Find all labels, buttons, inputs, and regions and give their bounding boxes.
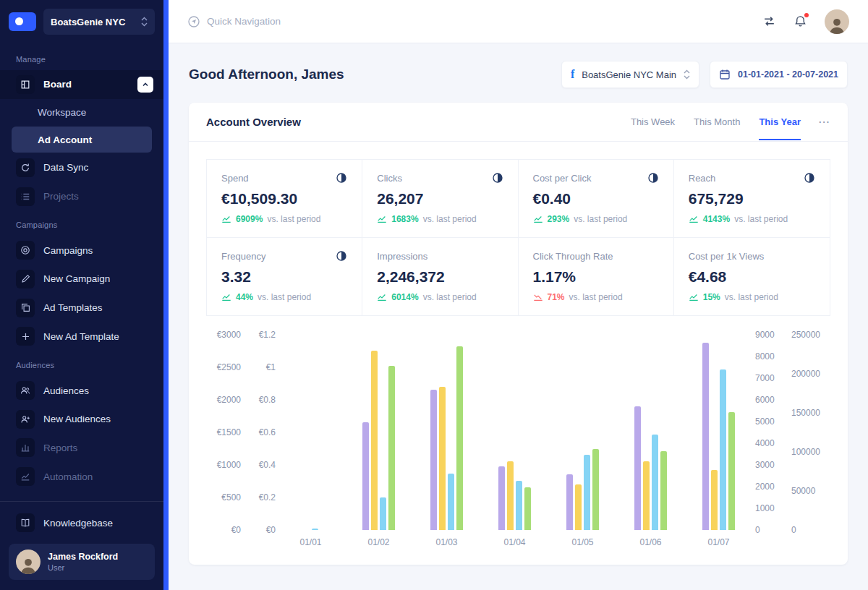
pencil-icon (16, 270, 35, 288)
bar-cpc[interactable] (371, 351, 378, 530)
contrast-toggle-icon[interactable] (336, 172, 347, 184)
bar-group: 01/02 (362, 335, 395, 547)
stat-period: vs. last period (574, 214, 627, 224)
trend-up-icon (221, 292, 231, 302)
date-range-picker[interactable]: 01-01-2021 - 20-07-2021 (710, 61, 848, 88)
sidebar-item-workspace[interactable]: Workspace (12, 100, 152, 126)
contrast-toggle-icon[interactable] (492, 172, 503, 184)
stat-change: 4143% (703, 214, 730, 224)
contrast-toggle-icon[interactable] (336, 250, 347, 262)
select-chevrons-icon (684, 69, 690, 80)
tab-this-month[interactable]: This Month (694, 103, 740, 140)
y-tick-label: €0.2 (259, 492, 276, 503)
sidebar-item-new-audiences[interactable]: New Audiences (6, 406, 158, 433)
y-tick-label: 2000 (755, 482, 775, 492)
y-tick-label: €0.6 (259, 427, 276, 437)
bar-spend[interactable] (634, 406, 641, 530)
y-tick-label: €3000 (217, 330, 241, 340)
bar-group: 01/03 (430, 335, 463, 547)
bar-spend[interactable] (430, 390, 437, 530)
bar-impressions[interactable] (456, 346, 463, 530)
contrast-toggle-icon[interactable] (647, 172, 659, 184)
y-tick-label: €1000 (217, 460, 241, 470)
bar-cpc[interactable] (643, 461, 650, 530)
sidebar-item-label: Knowledgebase (43, 518, 113, 529)
sidebar-item-data-sync[interactable]: Data Sync (6, 154, 158, 181)
sidebar-item-knowledgebase[interactable]: Knowledgebase (6, 509, 158, 536)
theme-toggle[interactable] (9, 12, 36, 31)
contrast-toggle-icon[interactable] (804, 172, 815, 184)
calendar-icon (719, 69, 731, 80)
y-tick-label: 8000 (755, 351, 775, 362)
sidebar-item-projects[interactable]: Projects (6, 183, 158, 210)
trend-up-icon (689, 214, 699, 224)
bar-clicks[interactable] (516, 481, 522, 530)
stat-reach: Reach 675,729 4143% vs. last period (674, 160, 830, 238)
sidebar-item-audiences[interactable]: Audiences (6, 377, 158, 404)
bar-clicks[interactable] (448, 474, 454, 530)
y-tick-label: 200000 (791, 369, 820, 379)
sidebar-item-ad-templates[interactable]: Ad Templates (6, 294, 158, 322)
bar-spend[interactable] (702, 343, 709, 530)
y-tick-label: 0 (755, 525, 760, 535)
split-test-icon[interactable] (762, 14, 776, 28)
sidebar-item-new-campaign[interactable]: New Campaign (6, 265, 158, 293)
x-tick-label: 01/04 (503, 537, 525, 547)
tab-this-year[interactable]: This Year (759, 103, 801, 140)
sidebar-item-campaigns[interactable]: Campaigns (6, 236, 158, 264)
stat-spend: Spend €10,509.30 6909% vs. last period (207, 160, 362, 238)
bar-impressions[interactable] (728, 412, 735, 530)
bar-clicks[interactable] (380, 497, 386, 530)
user-card[interactable]: James Rockford User (9, 544, 155, 580)
bar-cpc[interactable] (711, 470, 718, 530)
page-content: Good Afternoon, James f BoatsGenie NYC M… (169, 43, 868, 565)
y-tick-label: €0 (231, 525, 241, 535)
y-tick-label: €2500 (217, 362, 241, 372)
bar-group: 01/05 (566, 335, 599, 547)
sidebar-item-automation[interactable]: Automation (6, 463, 158, 490)
sidebar-item-new-ad-template[interactable]: New Ad Template (6, 323, 158, 351)
bell-icon[interactable] (793, 14, 807, 28)
bar-cpc[interactable] (439, 387, 446, 530)
quick-navigation-button[interactable]: Quick Navigation (187, 15, 281, 28)
sidebar-item-reports[interactable]: Reports (6, 435, 158, 462)
bar-impressions[interactable] (592, 449, 599, 530)
trend-down-icon (533, 292, 543, 302)
bar-impressions[interactable] (524, 487, 531, 530)
stat-label: Cost per 1k Views (689, 251, 765, 262)
bar-clicks[interactable] (312, 529, 318, 530)
bar-impressions[interactable] (388, 366, 395, 530)
topbar-avatar[interactable] (825, 9, 849, 34)
more-menu-icon[interactable]: ⋯ (818, 115, 830, 129)
ad-account-select[interactable]: f BoatsGenie NYC Main (561, 61, 699, 88)
bar-clicks[interactable] (720, 369, 726, 530)
bar-clicks[interactable] (584, 455, 590, 530)
tab-this-week[interactable]: This Week (631, 103, 675, 140)
bar-spend[interactable] (566, 474, 573, 530)
stat-frequency: Frequency 3.32 44% vs. last period (207, 238, 362, 315)
date-range-value: 01-01-2021 - 20-07-2021 (738, 69, 838, 80)
sidebar-item-label: Automation (43, 471, 93, 482)
topbar-actions (762, 9, 849, 34)
main-area: Quick Navigation Good Afternoon, James f… (169, 0, 868, 590)
bar-cpc[interactable] (575, 484, 582, 530)
bar-cpc[interactable] (507, 461, 514, 530)
trend-up-icon (221, 214, 231, 224)
y-tick-label: €500 (221, 492, 241, 503)
bar-clicks[interactable] (652, 435, 658, 530)
plus-icon (16, 327, 35, 346)
sidebar-divider (0, 501, 163, 502)
chevron-up-icon[interactable] (137, 77, 153, 93)
y-tick-label: €2000 (217, 395, 241, 405)
x-tick-label: 01/02 (367, 537, 389, 547)
sidebar: BoatsGenie NYC Manage Board Workspace Ad… (0, 0, 169, 590)
sidebar-item-board[interactable]: Board (0, 70, 163, 99)
sidebar-item-label: Reports (43, 442, 77, 453)
stat-label: Click Through Rate (533, 251, 613, 262)
workspace-select[interactable]: BoatsGenie NYC (43, 9, 155, 35)
y-tick-label: 3000 (755, 460, 775, 470)
bar-spend[interactable] (498, 466, 505, 530)
bar-spend[interactable] (362, 422, 369, 530)
bar-impressions[interactable] (660, 451, 667, 530)
sidebar-item-ad-account[interactable]: Ad Account (12, 127, 152, 153)
